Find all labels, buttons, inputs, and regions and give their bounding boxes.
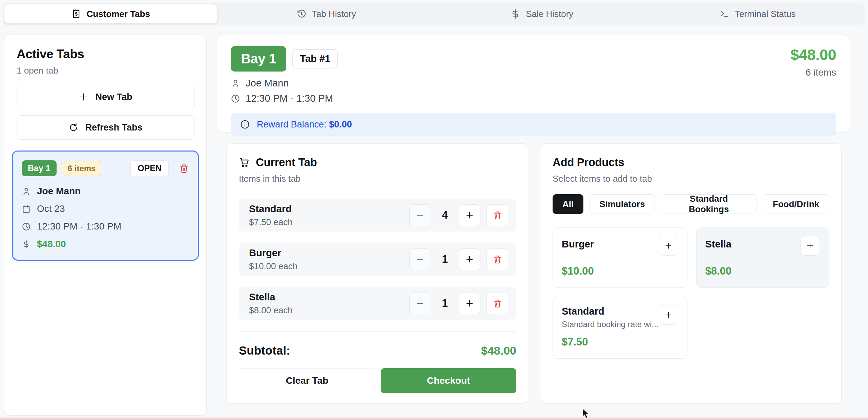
tab-list-item-selected[interactable]: Bay 1 6 items OPEN: [12, 151, 199, 261]
item-quantity: 1: [437, 253, 453, 265]
product-card-burger[interactable]: Burger $10.00: [553, 227, 687, 288]
clear-tab-button[interactable]: Clear Tab: [239, 368, 375, 393]
header-time: 12:30 PM - 1:30 PM: [246, 93, 333, 104]
add-products-panel: Add Products Select items to add to tab …: [540, 143, 842, 403]
item-name: Burger: [249, 247, 297, 259]
nav-label: Tab History: [312, 9, 356, 19]
add-product-button[interactable]: [800, 236, 820, 256]
reward-balance-banner: Reward Balance: $0.00: [231, 113, 836, 136]
decrease-qty-button[interactable]: [409, 248, 431, 270]
decrease-qty-button[interactable]: [409, 293, 431, 314]
increase-qty-button[interactable]: [459, 248, 480, 270]
reward-balance-label: Reward Balance:: [257, 119, 327, 129]
item-unit-price: $10.00 each: [249, 261, 297, 272]
filter-all[interactable]: All: [553, 194, 583, 214]
refresh-icon: [69, 123, 78, 132]
add-product-button[interactable]: [659, 305, 678, 325]
svg-text:$: $: [75, 12, 78, 17]
tab-amount: $48.00: [37, 239, 66, 250]
product-grid: Burger $10.00 Stella $8.00: [553, 227, 829, 359]
add-products-title: Add Products: [553, 156, 829, 169]
active-tabs-panel: Active Tabs 1 open tab New Tab Refresh T…: [4, 35, 207, 416]
items-count-badge: 6 items: [62, 161, 102, 176]
plus-icon: [806, 241, 814, 250]
status-badge: OPEN: [130, 160, 169, 176]
clock-icon: [231, 94, 240, 103]
product-price: $10.00: [562, 265, 678, 277]
subtotal-value: $48.00: [481, 344, 516, 357]
minus-icon: [416, 211, 425, 220]
product-description: Standard booking rate wi...: [562, 320, 659, 329]
add-products-subtitle: Select items to add to tab: [553, 174, 829, 184]
dollar-icon: [22, 240, 31, 249]
remove-item-button[interactable]: [487, 293, 508, 314]
add-product-button[interactable]: [659, 236, 678, 256]
item-name: Stella: [249, 292, 293, 303]
header-customer-name: Joe Mann: [246, 78, 289, 89]
dollar-icon: [510, 9, 520, 19]
tab-time: 12:30 PM - 1:30 PM: [37, 221, 121, 232]
item-quantity: 4: [437, 209, 453, 221]
tab-sale-history[interactable]: Sale History: [436, 4, 648, 23]
item-unit-price: $8.00 each: [249, 305, 293, 316]
plus-icon: [465, 211, 474, 220]
trash-icon: [493, 299, 502, 308]
category-filter-row: All Simulators Standard Bookings Food/Dr…: [553, 194, 829, 214]
user-icon: [22, 187, 31, 196]
new-tab-label: New Tab: [95, 92, 132, 102]
cart-icon: [239, 157, 250, 168]
product-card-stella[interactable]: Stella $8.00: [696, 227, 829, 288]
remove-item-button[interactable]: [487, 248, 508, 270]
minus-icon: [416, 255, 425, 264]
tab-item-list: Standard $7.50 each 4: [239, 199, 516, 331]
bay-badge: Bay 1: [22, 160, 57, 176]
bay-badge-large: Bay 1: [231, 46, 286, 72]
calendar-icon: [22, 204, 31, 214]
open-tab-count: 1 open tab: [17, 65, 194, 76]
product-price: $7.50: [562, 336, 678, 348]
remove-item-button[interactable]: [487, 204, 508, 226]
plus-icon: [465, 299, 474, 308]
clock-icon: [22, 222, 31, 231]
current-tab-panel: Current Tab Items in this tab Standard $…: [226, 143, 529, 403]
terminal-icon: [719, 9, 729, 19]
tab-items-count: 6 items: [790, 67, 836, 78]
filter-standard-bookings[interactable]: Standard Bookings: [661, 194, 757, 214]
new-tab-button[interactable]: New Tab: [17, 85, 195, 109]
item-name: Standard: [249, 203, 293, 215]
plus-icon: [664, 311, 673, 319]
info-icon: [240, 119, 250, 129]
tab-item-row: Stella $8.00 each 1: [239, 287, 516, 320]
pos-app: $ Customer Tabs Tab History: [0, 0, 868, 419]
trash-icon: [179, 163, 189, 174]
tab-terminal-status[interactable]: Terminal Status: [652, 4, 864, 23]
decrease-qty-button[interactable]: [409, 204, 431, 226]
page-bottom-edge: [0, 417, 868, 419]
plus-icon: [465, 255, 474, 264]
checkout-button[interactable]: Checkout: [381, 368, 517, 393]
tab-tab-history[interactable]: Tab History: [220, 4, 433, 23]
delete-tab-button[interactable]: [179, 163, 189, 174]
minus-icon: [416, 299, 425, 308]
product-card-standard[interactable]: Standard Standard booking rate wi... $7.…: [553, 297, 687, 359]
product-name: Standard: [562, 306, 659, 317]
tab-customer-tabs[interactable]: $ Customer Tabs: [4, 4, 217, 23]
refresh-tabs-button[interactable]: Refresh Tabs: [17, 115, 195, 140]
increase-qty-button[interactable]: [459, 293, 480, 314]
tab-total: $48.00: [790, 46, 836, 64]
nav-label: Terminal Status: [735, 9, 795, 19]
subtotal-label: Subtotal:: [239, 344, 290, 357]
filter-simulators[interactable]: Simulators: [590, 194, 655, 214]
tab-item-row: Standard $7.50 each 4: [239, 199, 516, 232]
product-name: Burger: [562, 239, 594, 250]
plus-icon: [79, 92, 88, 102]
receipt-icon: $: [71, 9, 81, 19]
active-tabs-title: Active Tabs: [17, 47, 194, 61]
current-tab-title: Current Tab: [256, 156, 317, 169]
nav-label: Sale History: [526, 9, 573, 19]
tab-date: Oct 23: [37, 203, 65, 214]
increase-qty-button[interactable]: [459, 204, 480, 226]
nav-label: Customer Tabs: [87, 9, 150, 19]
tab-customer-name: Joe Mann: [37, 186, 81, 197]
filter-food-drink[interactable]: Food/Drink: [763, 194, 829, 214]
